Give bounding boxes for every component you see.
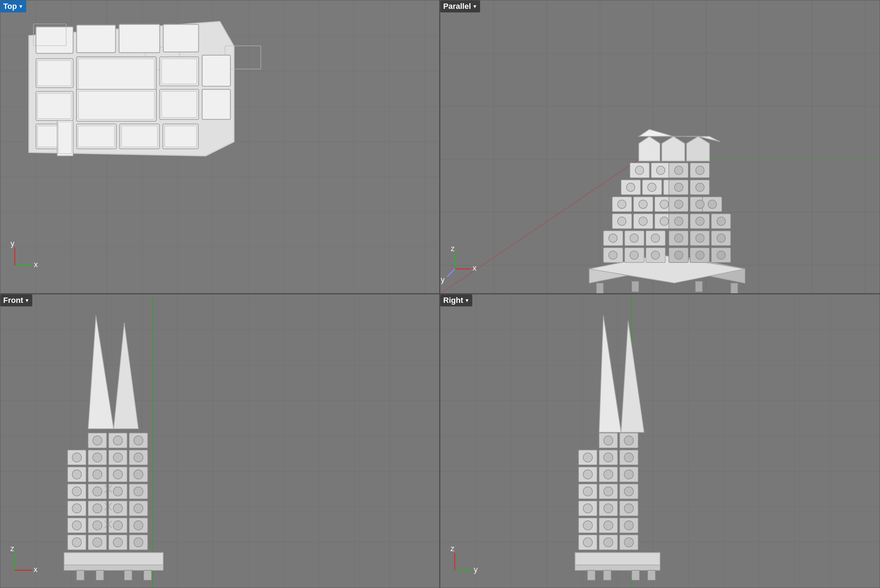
svg-point-300 xyxy=(604,436,613,445)
svg-point-298 xyxy=(604,453,613,462)
svg-point-120 xyxy=(660,200,668,208)
viewport-grid: x y Top ▼ xyxy=(0,0,880,588)
svg-point-208 xyxy=(93,436,102,445)
svg-rect-32 xyxy=(160,57,199,86)
svg-point-280 xyxy=(583,504,593,513)
svg-point-218 xyxy=(113,470,122,479)
svg-point-95 xyxy=(630,234,638,243)
svg-rect-35 xyxy=(36,92,73,121)
svg-point-89 xyxy=(696,251,704,259)
viewport-parallel-label[interactable]: Parallel ▼ xyxy=(440,0,480,12)
svg-rect-181 xyxy=(124,570,132,580)
svg-point-186 xyxy=(72,520,82,530)
svg-point-276 xyxy=(583,538,593,547)
svg-point-312 xyxy=(624,453,634,462)
svg-point-228 xyxy=(134,504,143,513)
svg-point-290 xyxy=(604,520,613,530)
svg-point-83 xyxy=(630,251,638,259)
svg-point-101 xyxy=(696,234,704,243)
svg-text:z: z xyxy=(10,544,14,553)
svg-point-96 xyxy=(651,234,660,243)
svg-point-144 xyxy=(696,166,704,174)
svg-rect-39 xyxy=(160,89,199,120)
svg-rect-75 xyxy=(596,283,604,293)
svg-point-296 xyxy=(604,470,613,479)
svg-rect-180 xyxy=(96,570,104,580)
svg-point-288 xyxy=(604,538,613,547)
svg-rect-177 xyxy=(64,552,163,565)
svg-point-278 xyxy=(583,520,593,530)
svg-text:y: y xyxy=(441,275,445,284)
svg-point-234 xyxy=(134,453,143,462)
svg-rect-77 xyxy=(695,281,703,292)
svg-rect-270 xyxy=(575,565,660,570)
viewport-right-label[interactable]: Right ▼ xyxy=(440,294,472,306)
svg-point-90 xyxy=(717,251,725,259)
svg-point-100 xyxy=(674,234,683,243)
viewport-top[interactable]: x y Top ▼ xyxy=(0,0,440,294)
svg-point-112 xyxy=(674,217,683,225)
svg-point-230 xyxy=(134,487,143,496)
svg-point-82 xyxy=(609,251,617,259)
svg-rect-179 xyxy=(76,570,84,580)
viewport-front[interactable]: x z Front ▼ xyxy=(0,294,440,588)
viewport-front-label[interactable]: Front ▼ xyxy=(0,294,32,306)
svg-rect-249 xyxy=(440,294,879,588)
svg-rect-157 xyxy=(0,294,439,588)
svg-point-119 xyxy=(639,200,647,208)
svg-text:x: x xyxy=(473,264,476,272)
svg-rect-274 xyxy=(647,570,655,580)
svg-point-140 xyxy=(656,166,665,174)
svg-point-113 xyxy=(696,217,704,225)
svg-point-282 xyxy=(583,487,593,496)
viewport-parallel[interactable]: x z y Parallel ▼ xyxy=(440,0,880,294)
svg-point-94 xyxy=(609,234,617,243)
svg-point-188 xyxy=(72,504,82,513)
svg-point-202 xyxy=(93,487,102,496)
svg-rect-34 xyxy=(202,55,231,86)
svg-point-214 xyxy=(113,504,122,513)
svg-point-131 xyxy=(647,183,656,192)
svg-point-210 xyxy=(113,538,122,547)
svg-point-107 xyxy=(639,217,647,225)
svg-point-143 xyxy=(674,166,683,174)
svg-rect-25 xyxy=(119,24,160,53)
svg-point-220 xyxy=(113,453,122,462)
svg-point-196 xyxy=(93,538,102,547)
svg-rect-76 xyxy=(632,281,639,292)
svg-point-190 xyxy=(72,487,82,496)
viewport-top-label[interactable]: Top ▼ xyxy=(0,0,26,12)
svg-rect-27 xyxy=(163,24,199,52)
svg-rect-182 xyxy=(144,570,152,580)
svg-text:y: y xyxy=(474,565,478,574)
svg-point-222 xyxy=(113,436,122,445)
svg-rect-41 xyxy=(202,89,231,120)
viewport-right[interactable]: y z Right ▼ xyxy=(440,294,880,588)
svg-point-194 xyxy=(72,453,82,462)
svg-point-236 xyxy=(134,436,143,445)
svg-text:x: x xyxy=(34,260,38,269)
top-dropdown-icon: ▼ xyxy=(18,3,23,9)
svg-point-108 xyxy=(660,217,668,225)
svg-point-232 xyxy=(134,470,143,479)
svg-point-216 xyxy=(113,487,122,496)
svg-rect-21 xyxy=(36,27,73,54)
svg-rect-271 xyxy=(587,570,595,580)
svg-rect-23 xyxy=(77,25,116,53)
svg-text:x: x xyxy=(34,565,38,574)
svg-point-302 xyxy=(624,538,634,547)
svg-rect-178 xyxy=(64,565,163,570)
svg-rect-48 xyxy=(163,124,198,149)
svg-point-192 xyxy=(72,470,82,479)
svg-point-84 xyxy=(651,251,660,259)
svg-rect-28 xyxy=(36,58,73,88)
svg-rect-50 xyxy=(57,121,73,156)
svg-rect-78 xyxy=(731,283,738,293)
svg-rect-46 xyxy=(120,124,160,149)
svg-point-136 xyxy=(696,183,704,192)
svg-point-184 xyxy=(72,538,82,547)
svg-point-88 xyxy=(674,251,683,259)
svg-point-206 xyxy=(93,453,102,462)
svg-rect-37 xyxy=(77,89,156,121)
svg-point-106 xyxy=(617,217,626,225)
